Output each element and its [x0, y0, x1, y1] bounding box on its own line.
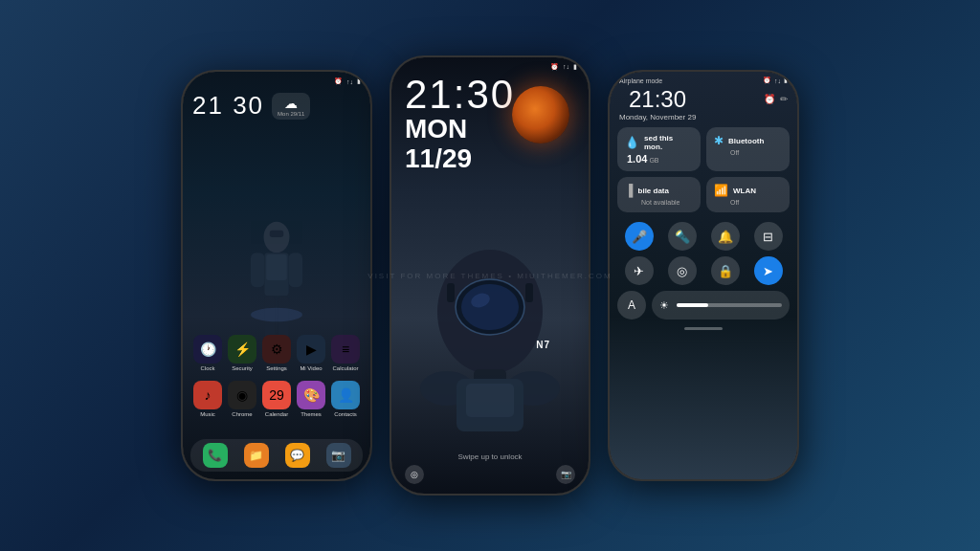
bottom-right-icon[interactable]: 📷 — [556, 465, 575, 484]
data-value: 1.04 — [627, 153, 647, 165]
security-label: Security — [232, 365, 253, 371]
clock-icon: 🕐 — [193, 335, 222, 364]
phone-3-bg: Airplane mode ⏰ ↑↓ ▮ 21:30 ⏰ ✏ Monday, N… — [610, 72, 797, 479]
alarm-icon-3: ⏰ — [763, 77, 771, 84]
edit-btn[interactable]: ✏ — [780, 94, 788, 104]
themes-label: Themes — [301, 411, 322, 417]
app-themes[interactable]: 🎨 Themes — [297, 381, 325, 417]
wlan-status: Off — [730, 199, 782, 206]
phone-1-statusbar: ⏰ ↑↓ ▮ — [183, 72, 370, 87]
signal-icon-3: ↑↓ — [774, 77, 781, 84]
battery-icon: ▮ — [357, 77, 361, 85]
alarm-icon-2: ⏰ — [550, 63, 559, 71]
app-contacts[interactable]: 👤 Contacts — [331, 381, 360, 417]
signal-icon-2: ↑↓ — [563, 63, 569, 71]
phone-3: Airplane mode ⏰ ↑↓ ▮ 21:30 ⏰ ✏ Monday, N… — [608, 70, 799, 481]
bluetooth-tile-row: ✱ Bluetooth — [714, 134, 782, 147]
mobile-title: bile data — [638, 187, 669, 195]
torch-btn[interactable]: 🔦 — [668, 222, 697, 251]
security-icon: ⚡ — [228, 335, 256, 364]
battery-icon-3: ▮ — [784, 77, 788, 84]
date-text: Monday, November 29 — [619, 113, 696, 121]
chrome-label: Chrome — [232, 411, 252, 417]
dock-camera[interactable]: 📷 — [326, 443, 351, 468]
phone-2-bottom-icons: ◎ Swipe up to unlock 📷 — [405, 465, 575, 484]
themes-icon: 🎨 — [297, 381, 325, 409]
weather-widget: ☁ Mon 29/11 — [272, 93, 310, 120]
app-grid: 🕐 Clock ⚡ Security ⚙ Settings ▶ Mi Video — [183, 335, 370, 427]
app-chrome[interactable]: ◉ Chrome — [228, 381, 256, 417]
app-calendar[interactable]: 29 Calendar — [262, 381, 291, 417]
chrome-icon: ◉ — [228, 381, 256, 409]
phone-3-date: Monday, November 29 — [610, 113, 797, 127]
brightness-bar[interactable]: ☀ — [652, 291, 790, 320]
phone-2-statusbar: ⏰ ↑↓ ▮ — [391, 57, 589, 71]
ctrl-icon-row-2: ✈ ◎ 🔒 ➤ — [610, 254, 797, 289]
phone-3-time: 21:30 — [619, 84, 696, 113]
clock-label: Clock — [200, 365, 214, 371]
phone-1: ⏰ ↑↓ ▮ 21 30 ☁ Mon 29/11 — [181, 70, 372, 481]
bluetooth-status: Off — [730, 149, 782, 156]
data-tile[interactable]: 💧 sed this mon. 1.04 GB — [617, 127, 701, 171]
lock-btn[interactable]: 🔒 — [711, 256, 740, 285]
bottom-row: A ☀ — [610, 289, 797, 323]
svg-point-11 — [461, 284, 519, 330]
mobile-tile-row: ▐ bile data — [625, 184, 693, 197]
svg-rect-13 — [447, 283, 455, 302]
location-btn[interactable]: ➤ — [754, 256, 783, 285]
airplane-btn[interactable]: ✈ — [625, 256, 654, 285]
app-mivideo[interactable]: ▶ Mi Video — [297, 335, 325, 371]
nfc-btn[interactable]: ⊟ — [754, 222, 783, 251]
airplane-mode-label: Airplane mode — [619, 77, 662, 84]
calendar-label: Calendar — [265, 411, 288, 417]
contacts-label: Contacts — [334, 411, 357, 417]
svg-rect-19 — [466, 384, 514, 417]
status-icons-right: ⏰ ↑↓ ▮ — [763, 77, 788, 84]
app-calculator[interactable]: ≡ Calculator — [331, 335, 360, 371]
app-clock[interactable]: 🕐 Clock — [193, 335, 222, 371]
alarm-btn[interactable]: ⏰ — [764, 94, 775, 104]
bottom-left-icon[interactable]: ◎ — [405, 465, 424, 484]
bell-btn[interactable]: 🔔 — [711, 222, 740, 251]
phone-2: ⏰ ↑↓ ▮ 21:30 MON 11/29 — [390, 55, 590, 496]
phone-1-bg: ⏰ ↑↓ ▮ 21 30 ☁ Mon 29/11 — [183, 72, 370, 479]
files-icon: 📁 — [244, 443, 269, 468]
app-music[interactable]: ♪ Music — [193, 381, 222, 417]
mivideo-icon: ▶ — [297, 335, 325, 364]
calculator-label: Calculator — [332, 365, 358, 371]
phone-2-date-line2: 11/29 — [391, 144, 589, 174]
dock-phone[interactable]: 📞 — [203, 443, 228, 468]
battery-icon-2: ▮ — [573, 63, 577, 71]
helmet-figure — [418, 226, 562, 436]
phone-1-time: 21 30 — [192, 91, 264, 121]
contacts-icon: 👤 — [331, 381, 360, 409]
wlan-tile-row: 📶 WLAN — [714, 184, 782, 197]
mobile-icon: ▐ — [625, 184, 634, 197]
weather-icon: ☁ — [284, 96, 298, 111]
mobile-status: Not available — [641, 199, 693, 206]
phone-2-screen: ⏰ ↑↓ ▮ 21:30 MON 11/29 — [391, 57, 589, 494]
date-label: Mon 29/11 — [278, 111, 304, 117]
app-settings[interactable]: ⚙ Settings — [262, 335, 291, 371]
home-indicator — [684, 327, 723, 330]
n7-badge: N7 — [536, 340, 550, 350]
accessibility-btn[interactable]: A — [617, 291, 646, 320]
phone-icon: 📞 — [203, 443, 228, 468]
bluetooth-tile[interactable]: ✱ Bluetooth Off — [706, 127, 790, 171]
svg-rect-14 — [525, 283, 533, 302]
brightness-fill — [677, 303, 782, 307]
wlan-title: WLAN — [733, 187, 756, 195]
mic-btn[interactable]: 🎤 — [625, 222, 654, 251]
app-security[interactable]: ⚡ Security — [228, 335, 256, 371]
mobile-data-tile[interactable]: ▐ bile data Not available — [617, 177, 701, 212]
svg-point-8 — [251, 308, 302, 321]
dock-files[interactable]: 📁 — [244, 443, 269, 468]
dock-messages[interactable]: 💬 — [285, 443, 310, 468]
phone-3-statusbar: Airplane mode ⏰ ↑↓ ▮ — [610, 72, 797, 84]
music-icon: ♪ — [193, 381, 222, 409]
data-tile-row: 💧 sed this mon. — [625, 134, 693, 151]
wlan-tile[interactable]: 📶 WLAN Off — [706, 177, 790, 212]
mivideo-label: Mi Video — [300, 365, 322, 371]
svg-rect-4 — [251, 253, 264, 287]
auto-btn[interactable]: ◎ — [668, 256, 697, 285]
